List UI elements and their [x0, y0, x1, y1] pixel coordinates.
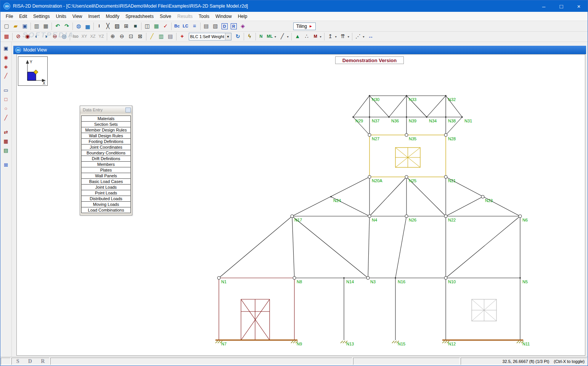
- node-symbol[interactable]: [368, 175, 371, 178]
- data-entry-joint-loads[interactable]: Joint Loads: [81, 184, 131, 190]
- menu-tools[interactable]: Tools: [196, 13, 212, 20]
- open-file-icon[interactable]: ▰: [11, 22, 20, 30]
- select-all-icon[interactable]: ◉: [23, 32, 32, 41]
- lock-selection-icon[interactable]: ⊠: [2, 161, 10, 169]
- moment-load-icon[interactable]: M: [311, 32, 320, 41]
- node-symbol[interactable]: [330, 196, 332, 197]
- graph-view-icon[interactable]: ▅: [83, 22, 92, 30]
- moment-load-icon-dropdown[interactable]: ▼: [319, 35, 322, 38]
- data-entry-boundary-conditions[interactable]: Boundary Conditions: [81, 150, 131, 156]
- spreadsheet-icon[interactable]: ▦: [152, 22, 161, 30]
- node-symbol[interactable]: [461, 116, 463, 118]
- node-symbol[interactable]: [444, 133, 447, 136]
- rotate-load-icon[interactable]: ↻: [233, 32, 243, 41]
- member-line[interactable]: [353, 96, 370, 117]
- drawing-grid-icon[interactable]: ▦: [2, 32, 11, 41]
- rect-select-icon[interactable]: □: [2, 95, 10, 104]
- menu-view[interactable]: View: [69, 13, 85, 20]
- modify-members-icon[interactable]: ⇄: [2, 128, 10, 136]
- data-entry-section-sets[interactable]: Section Sets: [81, 121, 131, 127]
- select-previous-icon[interactable]: ◑: [41, 32, 50, 41]
- point-load-icon-dropdown[interactable]: ▼: [334, 35, 337, 38]
- redo-icon[interactable]: ↷: [62, 22, 71, 30]
- menu-results[interactable]: Results: [174, 13, 196, 20]
- node-symbol[interactable]: [366, 276, 370, 279]
- data-entry-wall-panels[interactable]: Wall Panels: [81, 173, 131, 179]
- globe-icon[interactable]: ◍: [74, 22, 83, 30]
- node-symbol[interactable]: [405, 215, 408, 218]
- member-line[interactable]: [395, 216, 406, 278]
- spreadsheets-tool-icon[interactable]: ▦: [2, 137, 10, 146]
- distributed-load-icon-dropdown[interactable]: ▼: [347, 35, 350, 38]
- check-model-icon[interactable]: ✓: [161, 22, 170, 30]
- point-load-icon[interactable]: ↥: [326, 32, 335, 41]
- dimension-icon[interactable]: ↔: [366, 32, 375, 41]
- panel-pin-button[interactable]: [125, 108, 131, 112]
- new-file-icon[interactable]: ▢: [2, 22, 11, 30]
- copy-icon[interactable]: ▥: [32, 22, 41, 30]
- node-symbol[interactable]: [445, 116, 447, 118]
- blc-select[interactable]: BLC 1:Self Weight ▼: [189, 33, 231, 40]
- detail-report-r-icon[interactable]: R: [231, 23, 237, 29]
- model-view-icon[interactable]: ▣: [2, 44, 10, 53]
- node-symbol[interactable]: [519, 215, 522, 218]
- menu-modify[interactable]: Modify: [103, 13, 122, 20]
- xz-view-button[interactable]: XZ: [88, 32, 97, 41]
- member-line[interactable]: [446, 197, 483, 216]
- member-line[interactable]: [292, 216, 368, 278]
- node-symbol[interactable]: [343, 277, 345, 279]
- tiling-button[interactable]: Tiling ►: [293, 22, 316, 30]
- paste-icon[interactable]: ▤: [166, 32, 175, 41]
- lock-unselected-icon[interactable]: ⊖: [50, 32, 59, 41]
- menu-insert[interactable]: Insert: [85, 13, 103, 20]
- data-entry-materials[interactable]: Materials: [81, 116, 131, 122]
- node-symbol[interactable]: [444, 276, 447, 279]
- draw-member-pencil-icon[interactable]: ╱: [148, 32, 157, 41]
- node-symbol[interactable]: [481, 195, 484, 198]
- detail-report-d-icon[interactable]: D: [222, 23, 228, 29]
- view-window-icon[interactable]: ◫: [143, 22, 152, 30]
- minimize-button[interactable]: –: [535, 0, 553, 12]
- node-snap-icon[interactable]: ∴: [302, 32, 311, 41]
- menu-help[interactable]: Help: [235, 13, 251, 20]
- maximize-button[interactable]: □: [553, 0, 570, 12]
- data-entry-basic-load-cases[interactable]: Basic Load Cases: [81, 178, 131, 185]
- member-line[interactable]: [219, 216, 292, 278]
- mesh-grid-icon[interactable]: ⊞: [122, 22, 131, 30]
- data-entry-members[interactable]: Members: [81, 161, 131, 167]
- node-symbol[interactable]: [369, 95, 370, 96]
- member-line[interactable]: [368, 216, 370, 278]
- data-entry-drift-definitions[interactable]: Drift Definitions: [81, 156, 131, 162]
- xy-view-button[interactable]: XY: [80, 32, 89, 41]
- menu-file[interactable]: File: [3, 13, 16, 20]
- data-entry-joint-coordinates[interactable]: Joint Coordinates: [81, 144, 131, 150]
- yz-view-button[interactable]: YZ: [97, 32, 105, 41]
- menu-units[interactable]: Units: [53, 13, 69, 20]
- undo-icon[interactable]: ↶: [53, 22, 62, 30]
- member-labels-icon[interactable]: ML: [265, 32, 275, 41]
- member-line[interactable]: [292, 216, 294, 278]
- node-symbol[interactable]: [406, 116, 407, 118]
- menu-window[interactable]: Window: [212, 13, 235, 20]
- member-line[interactable]: [427, 96, 446, 117]
- member-line[interactable]: [446, 216, 520, 278]
- load-combination-icon[interactable]: LC: [181, 22, 190, 30]
- loads-menu-icon[interactable]: ≡: [190, 22, 199, 30]
- menu-settings[interactable]: Settings: [30, 13, 53, 20]
- node-symbol[interactable]: [405, 175, 408, 178]
- data-entry-distributed-loads[interactable]: Distributed Loads: [81, 196, 131, 202]
- data-entry-moving-loads[interactable]: Moving Loads: [81, 201, 131, 207]
- box-select-icon[interactable]: ▭: [2, 86, 10, 95]
- node-symbol[interactable]: [444, 215, 447, 218]
- line-select-icon[interactable]: ╱: [2, 114, 10, 122]
- node-symbol[interactable]: [388, 116, 390, 118]
- surface-load-icon[interactable]: ⋰: [353, 32, 363, 41]
- ibeam-member-icon[interactable]: I: [95, 22, 103, 30]
- plate-icon[interactable]: ▨: [112, 22, 122, 30]
- copy-selection-icon[interactable]: ▥: [157, 32, 166, 41]
- data-entry-plates[interactable]: Plates: [81, 167, 131, 173]
- node-symbol[interactable]: [369, 116, 370, 118]
- node-symbol[interactable]: [368, 133, 371, 136]
- criteria-selection-icon[interactable]: ◎: [59, 32, 69, 41]
- distributed-load-icon[interactable]: ⇈: [338, 32, 347, 41]
